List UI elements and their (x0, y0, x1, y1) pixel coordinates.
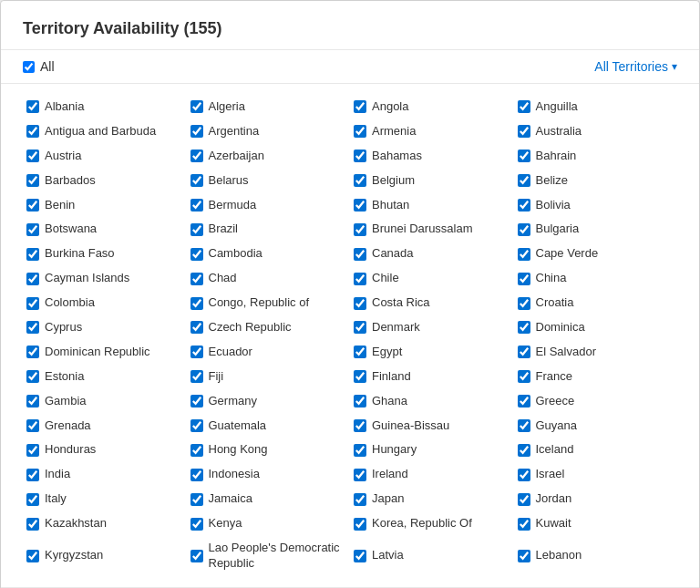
country-item[interactable]: Israel (514, 462, 678, 487)
country-item[interactable]: Dominican Republic (23, 340, 187, 365)
country-item[interactable]: Albania (23, 95, 187, 119)
country-checkbox[interactable] (190, 125, 203, 138)
country-checkbox[interactable] (190, 174, 203, 187)
country-item[interactable]: Belize (514, 169, 678, 193)
country-checkbox[interactable] (190, 370, 203, 383)
country-item[interactable]: Brazil (187, 217, 351, 242)
country-checkbox[interactable] (26, 518, 39, 531)
country-item[interactable]: Ghana (350, 389, 514, 414)
country-checkbox[interactable] (354, 346, 366, 358)
country-item[interactable]: Italy (23, 487, 187, 511)
country-item[interactable]: Czech Republic (187, 315, 351, 340)
country-item[interactable]: El Salvador (514, 340, 678, 365)
country-item[interactable]: Azerbaijan (187, 144, 351, 169)
country-checkbox[interactable] (26, 550, 39, 562)
country-checkbox[interactable] (518, 346, 530, 358)
countries-container[interactable]: AlbaniaAlgeriaAngolaAnguillaAntigua and … (1, 84, 699, 587)
country-checkbox[interactable] (354, 518, 366, 531)
country-checkbox[interactable] (518, 150, 530, 162)
country-checkbox[interactable] (354, 321, 366, 334)
country-checkbox[interactable] (190, 493, 203, 506)
country-checkbox[interactable] (26, 150, 39, 162)
country-checkbox[interactable] (518, 469, 530, 481)
country-checkbox[interactable] (354, 444, 366, 457)
country-checkbox[interactable] (354, 100, 366, 113)
country-checkbox[interactable] (354, 550, 366, 562)
country-item[interactable]: Canada (350, 242, 514, 266)
country-checkbox[interactable] (518, 518, 530, 531)
country-checkbox[interactable] (354, 223, 366, 236)
country-item[interactable]: Botswana (23, 217, 187, 242)
country-item[interactable]: India (23, 462, 187, 487)
country-item[interactable]: Kuwait (514, 511, 678, 536)
country-checkbox[interactable] (354, 150, 366, 162)
country-item[interactable]: Bahamas (350, 144, 514, 169)
country-checkbox[interactable] (190, 248, 203, 261)
country-checkbox[interactable] (354, 493, 366, 506)
country-item[interactable]: Lao People's Democratic Republic (187, 536, 351, 576)
country-item[interactable]: Austria (23, 144, 187, 169)
country-checkbox[interactable] (354, 199, 366, 211)
country-checkbox[interactable] (518, 174, 530, 187)
country-item[interactable]: Armenia (350, 119, 514, 144)
country-checkbox[interactable] (26, 321, 39, 334)
country-item[interactable]: Germany (187, 389, 351, 414)
country-item[interactable]: Antigua and Barbuda (23, 119, 187, 144)
country-item[interactable]: Latvia (350, 536, 514, 576)
country-item[interactable]: Cambodia (187, 242, 351, 266)
country-checkbox[interactable] (190, 419, 203, 432)
country-item[interactable]: Benin (23, 193, 187, 218)
country-item[interactable]: Brunei Darussalam (350, 217, 514, 242)
country-item[interactable]: Gambia (23, 389, 187, 414)
country-checkbox[interactable] (26, 370, 39, 383)
country-checkbox[interactable] (26, 273, 39, 285)
country-item[interactable]: Estonia (23, 365, 187, 389)
country-checkbox[interactable] (190, 346, 203, 358)
country-checkbox[interactable] (26, 223, 39, 236)
country-item[interactable]: Burkina Faso (23, 242, 187, 266)
country-checkbox[interactable] (190, 395, 203, 407)
country-item[interactable]: China (514, 266, 678, 291)
country-checkbox[interactable] (26, 100, 39, 113)
country-item[interactable]: Honduras (23, 438, 187, 462)
country-item[interactable]: France (514, 365, 678, 389)
country-item[interactable]: Algeria (187, 95, 351, 119)
country-checkbox[interactable] (26, 199, 39, 211)
country-item[interactable]: Denmark (350, 315, 514, 340)
country-checkbox[interactable] (518, 297, 530, 310)
country-checkbox[interactable] (354, 297, 366, 310)
country-checkbox[interactable] (26, 419, 39, 432)
country-item[interactable]: Fiji (187, 365, 351, 389)
country-checkbox[interactable] (518, 321, 530, 334)
country-item[interactable]: Cape Verde (514, 242, 678, 266)
country-item[interactable]: Egypt (350, 340, 514, 365)
country-item[interactable]: Bolivia (514, 193, 678, 218)
country-checkbox[interactable] (26, 125, 39, 138)
country-checkbox[interactable] (354, 395, 366, 407)
country-checkbox[interactable] (26, 248, 39, 261)
country-item[interactable]: Dominica (514, 315, 678, 340)
country-item[interactable]: Belgium (350, 169, 514, 193)
country-item[interactable]: Jamaica (187, 487, 351, 511)
country-item[interactable]: Kenya (187, 511, 351, 536)
country-item[interactable]: Chile (350, 266, 514, 291)
country-item[interactable]: Bhutan (350, 193, 514, 218)
country-checkbox[interactable] (190, 469, 203, 481)
country-checkbox[interactable] (354, 125, 366, 138)
country-item[interactable]: Greece (514, 389, 678, 414)
country-checkbox[interactable] (354, 419, 366, 432)
country-checkbox[interactable] (190, 444, 203, 457)
country-checkbox[interactable] (354, 370, 366, 383)
country-item[interactable]: Costa Rica (350, 291, 514, 315)
country-checkbox[interactable] (190, 550, 203, 562)
country-checkbox[interactable] (354, 174, 366, 187)
country-item[interactable]: Bahrain (514, 144, 678, 169)
country-item[interactable]: Korea, Republic Of (350, 511, 514, 536)
country-checkbox[interactable] (190, 297, 203, 310)
country-item[interactable]: Anguilla (514, 95, 678, 119)
country-item[interactable]: Croatia (514, 291, 678, 315)
country-item[interactable]: Jordan (514, 487, 678, 511)
country-checkbox[interactable] (518, 395, 530, 407)
country-checkbox[interactable] (190, 223, 203, 236)
country-checkbox[interactable] (190, 199, 203, 211)
